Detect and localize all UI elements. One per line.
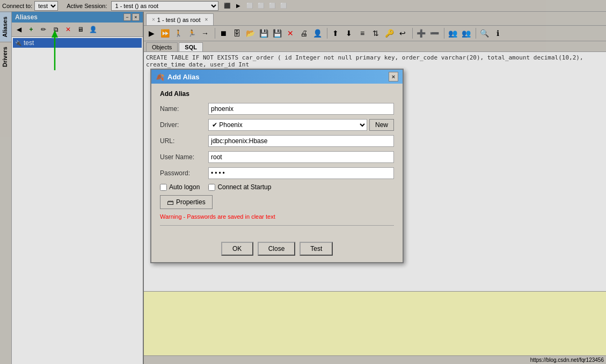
auto-logon-input[interactable]: [160, 184, 167, 191]
close-btn[interactable]: Close: [258, 242, 296, 256]
warning-text: Warning - Passwords are saved in clear t…: [160, 213, 394, 220]
form-row-url: URL:: [160, 135, 394, 147]
test-btn[interactable]: Test: [300, 242, 333, 256]
checkbox-row: Auto logon Connect at Startup: [160, 183, 394, 191]
name-label: Name:: [160, 105, 208, 113]
modal-icon: 🍂: [156, 73, 164, 81]
auto-logon-checkbox[interactable]: Auto logon: [160, 183, 200, 191]
modal-close-btn[interactable]: ×: [389, 72, 398, 81]
form-row-driver: Driver: ✔ Phoenix New: [160, 119, 394, 131]
name-input[interactable]: [208, 103, 394, 115]
modal-titlebar: 🍂 Add Alias ×: [151, 70, 403, 84]
driver-label: Driver:: [160, 121, 208, 129]
password-label: Password:: [160, 169, 208, 177]
username-input[interactable]: [208, 151, 394, 163]
form-row-name: Name:: [160, 103, 394, 115]
modal-title: Add Alias: [167, 73, 199, 81]
new-driver-btn[interactable]: New: [369, 119, 394, 131]
modal-footer: OK Close Test: [151, 237, 403, 262]
url-label: URL:: [160, 137, 208, 145]
connect-startup-input[interactable]: [208, 184, 215, 191]
ok-btn[interactable]: OK: [221, 242, 253, 256]
url-input[interactable]: [208, 135, 394, 147]
modal-overlay: 🍂 Add Alias × Add Alias Name: Driver: ✔ …: [0, 0, 606, 364]
password-input[interactable]: [208, 167, 394, 179]
modal-divider: [160, 225, 394, 226]
driver-select[interactable]: ✔ Phoenix: [208, 119, 367, 131]
driver-row: ✔ Phoenix New: [208, 119, 394, 131]
form-row-password: Password:: [160, 167, 394, 179]
username-label: User Name:: [160, 153, 208, 161]
properties-btn[interactable]: 🗃 Properties: [160, 195, 213, 209]
add-alias-dialog: 🍂 Add Alias × Add Alias Name: Driver: ✔ …: [150, 69, 404, 263]
form-row-username: User Name:: [160, 151, 394, 163]
properties-icon: 🗃: [167, 198, 174, 206]
modal-section-title: Add Alias: [160, 90, 394, 98]
modal-body: Add Alias Name: Driver: ✔ Phoenix New: [151, 84, 403, 237]
connect-startup-checkbox[interactable]: Connect at Startup: [208, 183, 271, 191]
